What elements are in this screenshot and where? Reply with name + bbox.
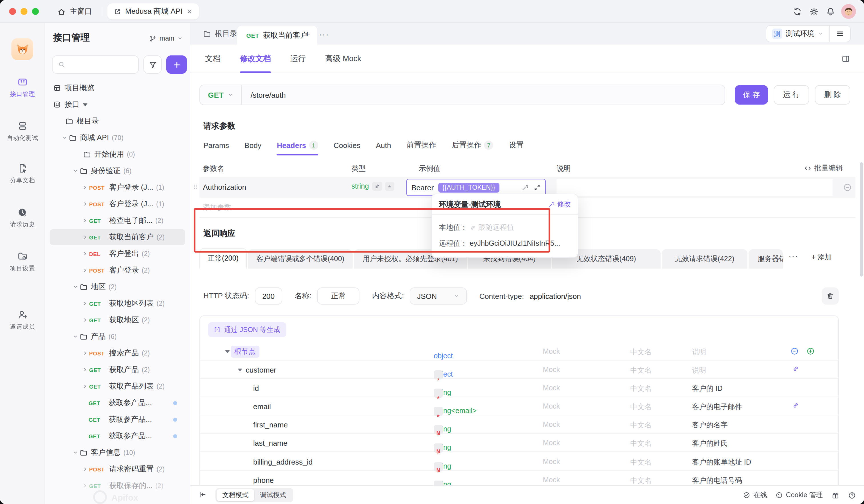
rail-item-share-docs[interactable]: 分享文档: [0, 162, 45, 184]
response-tab-7[interactable]: 服务器错误(500): [748, 249, 783, 268]
rail-item-project-settings[interactable]: 项目设置: [0, 250, 45, 273]
response-tab-2[interactable]: 客户端错误或多个错误(400): [248, 249, 352, 268]
caret-down-icon[interactable]: [225, 350, 230, 353]
response-tabs-more[interactable]: ···: [789, 251, 798, 261]
local-value[interactable]: 跟随远程值: [470, 223, 514, 232]
caret-down-icon[interactable]: [83, 103, 87, 106]
description[interactable]: 说明: [692, 347, 706, 357]
tree-folder-item[interactable]: 商城 API(70): [50, 130, 185, 146]
path-input[interactable]: /store/auth: [241, 91, 295, 99]
tree-endpoint-item[interactable]: POST请求密码重置(2): [50, 461, 185, 477]
new-tab-button[interactable]: ＋: [301, 27, 314, 40]
cn-name-placeholder[interactable]: 中文名: [630, 402, 652, 412]
chevron-right-icon[interactable]: [81, 234, 89, 240]
schema-node-name[interactable]: billing_address_id: [253, 458, 313, 466]
description[interactable]: 客户的名字: [692, 421, 728, 430]
caret-down-icon[interactable]: [238, 369, 242, 371]
rail-item-invite-members[interactable]: 邀请成员: [0, 309, 45, 331]
tree-folder-item[interactable]: 身份验证(6): [50, 163, 185, 179]
tree-endpoint-item[interactable]: DEL客户登出(2): [50, 246, 185, 262]
format-select[interactable]: JSON: [410, 287, 467, 304]
param-type[interactable]: string *: [351, 182, 394, 191]
help-icon[interactable]: [848, 491, 856, 499]
description[interactable]: 客户的电子邮件: [692, 402, 742, 412]
project-logo[interactable]: [11, 38, 33, 60]
link-icon[interactable]: [792, 402, 800, 409]
scrollbar-thumb[interactable]: [860, 162, 863, 277]
branch-selector[interactable]: main: [149, 34, 183, 42]
add-node-icon[interactable]: [806, 347, 815, 356]
tree-endpoint-item[interactable]: POST搜索产品(2): [50, 345, 185, 361]
tree-folder-item[interactable]: 产品(6): [50, 328, 185, 345]
environment-selector[interactable]: 测 测试环境: [766, 25, 829, 42]
tree-folder-item[interactable]: 项目概览: [50, 80, 185, 96]
mock-placeholder[interactable]: Mock: [543, 384, 560, 392]
tree-endpoint-item[interactable]: GET获取参产品...: [50, 428, 185, 444]
tree-endpoint-item[interactable]: POST客户登录 (J...(1): [50, 179, 185, 195]
cn-name-placeholder[interactable]: 中文名: [630, 439, 652, 448]
schema-row-id[interactable]: idstring*Mock中文名客户的 ID: [200, 379, 838, 397]
params-tab-Cookies[interactable]: Cookies: [334, 136, 361, 154]
mock-placeholder[interactable]: Mock: [543, 402, 560, 410]
chevron-down-icon[interactable]: [60, 135, 69, 141]
chevron-down-icon[interactable]: [71, 334, 80, 339]
chevron-right-icon[interactable]: [81, 184, 89, 190]
rail-item-api-manage[interactable]: 接口管理: [0, 76, 45, 98]
chevron-right-icon[interactable]: [81, 483, 89, 489]
online-status[interactable]: 在线: [743, 490, 767, 500]
tree-folder-item[interactable]: 开始使用(0): [50, 146, 185, 162]
collapse-sidebar-icon[interactable]: [198, 490, 207, 499]
minimize-window-button[interactable]: [21, 8, 27, 15]
comment-dots-icon[interactable]: [790, 347, 799, 356]
layout-panel-icon[interactable]: [841, 54, 850, 63]
user-avatar[interactable]: [841, 4, 856, 19]
search-input[interactable]: [52, 56, 139, 74]
mock-placeholder[interactable]: Mock: [543, 458, 560, 466]
cn-name-placeholder[interactable]: 中文名: [630, 347, 652, 357]
add-api-button[interactable]: [166, 56, 187, 74]
expand-icon[interactable]: [534, 184, 541, 191]
params-tab-Headers[interactable]: Headers1: [277, 136, 318, 154]
params-tab-后置操作[interactable]: 后置操作7: [452, 136, 493, 154]
chevron-right-icon[interactable]: [81, 218, 89, 224]
tree-endpoint-item[interactable]: GET获取产品(2): [50, 362, 185, 378]
tree-endpoint-item[interactable]: POST客户登录 (J...(1): [50, 196, 185, 212]
settings-gear-icon[interactable]: [809, 7, 819, 16]
method-select[interactable]: GET: [200, 91, 241, 99]
schema-node-name[interactable]: 根节点: [231, 346, 259, 358]
schema-node-name[interactable]: customer: [246, 366, 276, 374]
schema-node-name[interactable]: email: [253, 402, 271, 411]
cookie-manager[interactable]: Cookie 管理: [776, 490, 823, 500]
run-button[interactable]: 运 行: [774, 85, 809, 105]
mode-toggle-文档模式[interactable]: 文档模式: [217, 489, 254, 501]
tab-root-folder[interactable]: 根目录: [203, 23, 237, 45]
add-response-button[interactable]: + 添加: [812, 253, 832, 262]
zoom-window-button[interactable]: [32, 8, 39, 15]
chevron-down-icon[interactable]: [71, 284, 80, 290]
schema-node-name[interactable]: phone: [253, 476, 274, 484]
schema-node-name[interactable]: last_name: [253, 439, 287, 447]
chevron-right-icon[interactable]: [81, 350, 89, 356]
popup-edit-button[interactable]: 修改: [548, 200, 571, 209]
schema-row-email[interactable]: emailstring<email>*Mock中文名客户的电子邮件: [200, 397, 838, 416]
nav-tab-高级 Mock[interactable]: 高级 Mock: [325, 45, 361, 73]
schema-row-last_name[interactable]: last_namestring*NMock中文名客户的姓氏: [200, 434, 838, 452]
mock-placeholder[interactable]: Mock: [543, 366, 560, 374]
environment-menu-button[interactable]: [830, 25, 850, 42]
gift-icon[interactable]: [831, 491, 839, 499]
traffic-lights[interactable]: [9, 8, 39, 15]
http-code-input[interactable]: 200: [255, 287, 282, 304]
schema-node-name[interactable]: first_name: [253, 421, 288, 429]
cn-name-placeholder[interactable]: 中文名: [630, 458, 652, 467]
tab-overflow-menu[interactable]: ···: [317, 27, 331, 40]
chevron-right-icon[interactable]: [81, 466, 89, 472]
mock-placeholder[interactable]: Mock: [543, 421, 560, 429]
nav-tab-文档[interactable]: 文档: [205, 45, 220, 73]
chevron-down-icon[interactable]: [71, 450, 80, 455]
tree-endpoint-item[interactable]: GET获取地区(2): [50, 312, 185, 328]
tree-endpoint-item[interactable]: GET获取参产品...: [50, 411, 185, 428]
description[interactable]: 客户的账单地址 ID: [692, 458, 751, 467]
chevron-right-icon[interactable]: [81, 383, 89, 389]
description[interactable]: 客户的 ID: [692, 384, 723, 394]
description[interactable]: 客户的姓氏: [692, 439, 728, 448]
